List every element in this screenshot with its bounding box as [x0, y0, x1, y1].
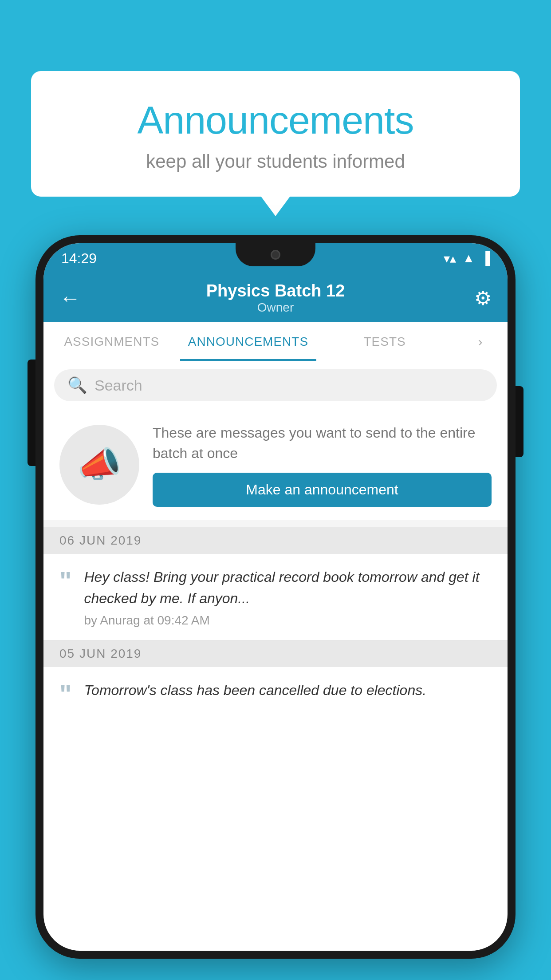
tab-more[interactable]: › — [453, 322, 508, 361]
quote-icon-2: " — [59, 681, 72, 707]
announcement-text-2: Tomorrow's class has been cancelled due … — [84, 680, 427, 701]
settings-icon[interactable]: ⚙ — [474, 287, 492, 309]
search-placeholder: Search — [94, 377, 142, 394]
camera-dot — [271, 250, 280, 260]
speech-bubble-title: Announcements — [58, 98, 493, 143]
phone-screen: 14:29 ▾▴ ▲ ▐ ← Physics Batch 12 Owner ⚙ — [43, 243, 508, 951]
announcement-content-2: Tomorrow's class has been cancelled due … — [84, 680, 427, 705]
battery-icon: ▐ — [481, 251, 490, 265]
announcement-meta-1: by Anurag at 09:42 AM — [84, 613, 492, 628]
phone-wrapper: 14:29 ▾▴ ▲ ▐ ← Physics Batch 12 Owner ⚙ — [35, 235, 516, 959]
quote-icon: " — [59, 568, 72, 594]
promo-card: 📣 These are messages you want to send to… — [43, 409, 508, 520]
speech-bubble-section: Announcements keep all your students inf… — [31, 71, 520, 197]
wifi-icon: ▾▴ — [444, 251, 456, 266]
search-icon: 🔍 — [67, 376, 87, 395]
content-area: 🔍 Search 📣 These are messages you want t… — [43, 361, 508, 719]
speech-bubble-card: Announcements keep all your students inf… — [31, 71, 520, 197]
date-separator-1: 06 JUN 2019 — [43, 527, 508, 554]
announcement-item-1: " Hey class! Bring your practical record… — [43, 554, 508, 640]
make-announcement-button[interactable]: Make an announcement — [153, 473, 492, 507]
search-bar[interactable]: 🔍 Search — [54, 369, 497, 401]
app-header: ← Physics Batch 12 Owner ⚙ — [43, 273, 508, 322]
tab-tests[interactable]: TESTS — [316, 322, 453, 361]
header-title: Physics Batch 12 — [206, 281, 345, 300]
phone-notch — [236, 243, 315, 266]
megaphone-icon: 📣 — [77, 444, 122, 486]
promo-icon-circle: 📣 — [59, 425, 139, 505]
promo-right: These are messages you want to send to t… — [153, 423, 492, 507]
tab-assignments[interactable]: ASSIGNMENTS — [43, 322, 180, 361]
announcement-content-1: Hey class! Bring your practical record b… — [84, 566, 492, 628]
promo-description: These are messages you want to send to t… — [153, 423, 492, 464]
back-button[interactable]: ← — [59, 286, 81, 310]
header-subtitle: Owner — [206, 300, 345, 315]
status-icons: ▾▴ ▲ ▐ — [444, 251, 490, 266]
signal-icon: ▲ — [462, 251, 475, 265]
header-center: Physics Batch 12 Owner — [206, 281, 345, 315]
status-time: 14:29 — [61, 250, 97, 267]
search-container: 🔍 Search — [43, 361, 508, 409]
announcement-item-2: " Tomorrow's class has been cancelled du… — [43, 667, 508, 719]
phone-outer: 14:29 ▾▴ ▲ ▐ ← Physics Batch 12 Owner ⚙ — [35, 235, 516, 959]
announcement-text-1: Hey class! Bring your practical record b… — [84, 566, 492, 609]
date-separator-2: 05 JUN 2019 — [43, 640, 508, 667]
speech-bubble-subtitle: keep all your students informed — [58, 151, 493, 172]
tabs-bar: ASSIGNMENTS ANNOUNCEMENTS TESTS › — [43, 322, 508, 361]
tab-announcements[interactable]: ANNOUNCEMENTS — [180, 322, 317, 361]
